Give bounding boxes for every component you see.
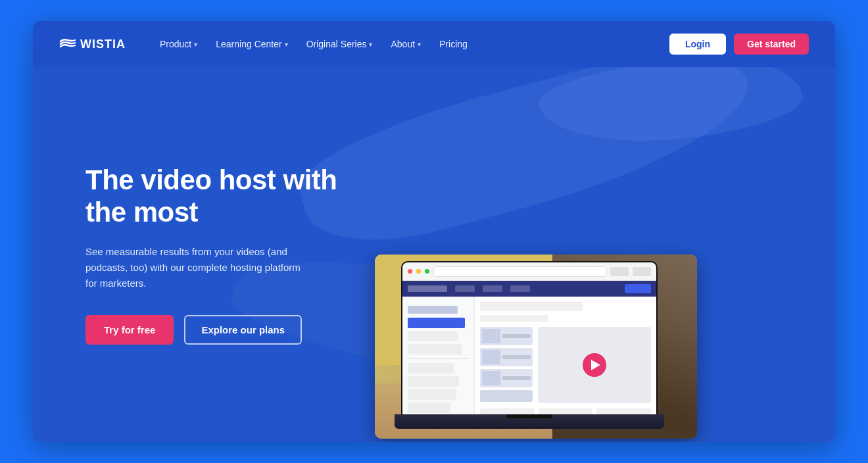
stats-row xyxy=(480,408,651,414)
video-thumb-2 xyxy=(480,348,533,366)
nav-links: Product ▾ Learning Center ▾ Original Ser… xyxy=(152,34,669,55)
logo-text: WISTIA xyxy=(80,37,126,51)
close-dot xyxy=(408,269,412,274)
nav-learning-center[interactable]: Learning Center ▾ xyxy=(208,34,295,55)
thumb-img-3 xyxy=(482,371,500,385)
sidebar-item-1 xyxy=(408,318,465,328)
hero-content: The video host with the most See measura… xyxy=(85,164,362,345)
app-sidebar xyxy=(402,297,475,414)
app-nav-2 xyxy=(483,285,502,292)
thumb-img-2 xyxy=(482,350,500,364)
video-player[interactable] xyxy=(538,327,651,403)
wistia-logo-icon xyxy=(59,37,76,51)
learning-chevron-icon: ▾ xyxy=(285,41,288,48)
browser-window: WISTIA Product ▾ Learning Center ▾ Origi… xyxy=(33,21,835,442)
app-topbar xyxy=(402,262,656,281)
nav-about[interactable]: About ▾ xyxy=(383,34,429,55)
stat-1 xyxy=(480,408,535,414)
nav-btn-1 xyxy=(610,267,629,276)
hero-title: The video host with the most xyxy=(85,164,362,228)
try-for-free-button[interactable]: Try for free xyxy=(85,315,174,345)
sidebar-item-5 xyxy=(408,376,459,387)
navbar: WISTIA Product ▾ Learning Center ▾ Origi… xyxy=(33,21,835,67)
app-logo-placeholder xyxy=(408,285,447,292)
stat-3 xyxy=(596,408,651,414)
nav-product[interactable]: Product ▾ xyxy=(152,34,205,55)
laptop-overlay xyxy=(395,261,664,429)
thumb-img-1 xyxy=(482,329,500,343)
url-bar xyxy=(433,266,606,277)
thumb-text-3 xyxy=(502,376,531,380)
video-list xyxy=(480,327,533,403)
app-header-bar xyxy=(402,281,656,297)
login-button[interactable]: Login xyxy=(669,34,726,55)
play-button[interactable] xyxy=(583,353,606,377)
stat-2 xyxy=(539,408,593,414)
thumb-text-1 xyxy=(502,334,531,338)
hero-description: See measurable results from your videos … xyxy=(85,244,309,291)
laptop-notch xyxy=(506,414,552,418)
get-started-button[interactable]: Get started xyxy=(734,34,809,55)
thumb-text-2 xyxy=(502,355,531,359)
video-thumb-1 xyxy=(480,327,533,345)
expand-dot xyxy=(425,269,429,274)
sidebar-item-2 xyxy=(408,331,458,341)
sidebar-item-4 xyxy=(408,363,454,374)
play-icon xyxy=(591,360,600,370)
about-chevron-icon: ▾ xyxy=(418,41,421,48)
laptop-screen xyxy=(401,261,658,416)
laptop-keyboard xyxy=(395,414,664,429)
app-nav-3 xyxy=(510,285,530,292)
main-subtitle xyxy=(480,315,548,322)
app-action-btn xyxy=(625,284,651,293)
hero-section: The video host with the most See measura… xyxy=(33,67,835,442)
nav-btn-2 xyxy=(633,267,651,276)
sidebar-item-7 xyxy=(408,402,450,413)
sidebar-section-label xyxy=(408,306,458,314)
main-page-title xyxy=(480,302,583,311)
video-area xyxy=(480,327,651,403)
app-body xyxy=(402,297,656,414)
hero-photo-frame[interactable] xyxy=(375,255,697,439)
nav-original-series[interactable]: Original Series ▾ xyxy=(299,34,381,55)
app-nav-1 xyxy=(455,285,475,292)
app-interface xyxy=(402,262,656,414)
app-main-content xyxy=(475,297,656,414)
hero-buttons: Try for free Explore our plans xyxy=(85,315,362,345)
video-thumb-3 xyxy=(480,369,533,387)
nav-actions: Login Get started xyxy=(669,34,809,55)
sidebar-divider xyxy=(408,358,469,359)
sidebar-item-6 xyxy=(408,389,456,400)
explore-plans-button[interactable]: Explore our plans xyxy=(184,315,302,345)
sidebar-item-3 xyxy=(408,344,462,354)
nav-pricing[interactable]: Pricing xyxy=(431,34,475,55)
minimize-dot xyxy=(416,269,421,274)
video-thumb-4 xyxy=(480,390,533,402)
logo[interactable]: WISTIA xyxy=(59,37,126,51)
series-chevron-icon: ▾ xyxy=(369,41,372,48)
product-chevron-icon: ▾ xyxy=(194,41,197,48)
